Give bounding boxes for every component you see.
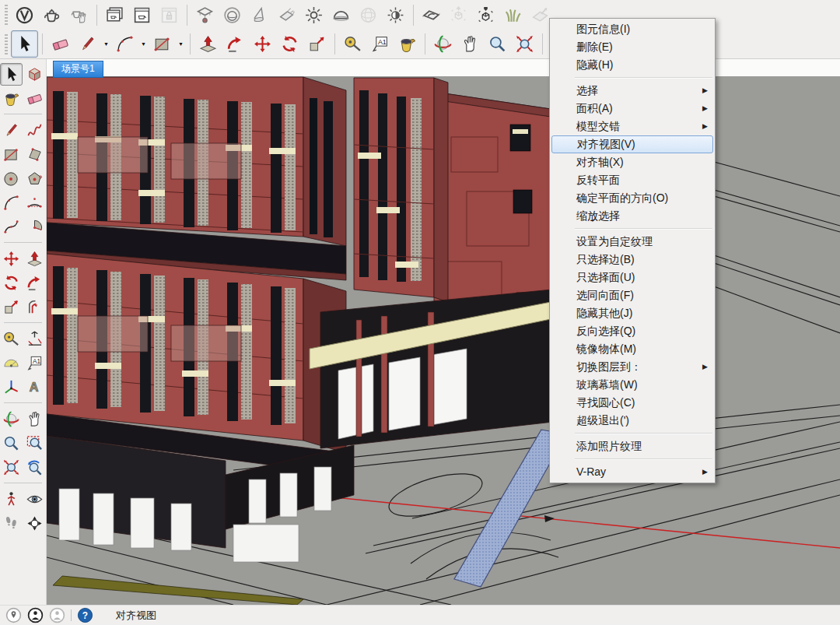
menu-item-glass-curtain-wall[interactable]: 玻璃幕墙(W) xyxy=(551,376,713,394)
menu-item-zoom-selection[interactable]: 缩放选择 xyxy=(551,207,713,225)
arc-tool[interactable] xyxy=(0,191,23,214)
menu-item-select-edges-only[interactable]: 只选择边(B) xyxy=(551,251,713,269)
line-tool[interactable] xyxy=(74,30,101,58)
3d-text-tool[interactable] xyxy=(24,376,47,399)
menu-item-intersect-faces[interactable]: 模型交错▶ xyxy=(551,118,713,135)
two-point-arc-tool[interactable] xyxy=(24,191,47,214)
followme-tool[interactable] xyxy=(24,272,47,294)
vray-logo-icon[interactable] xyxy=(11,2,38,29)
pie-tool[interactable] xyxy=(24,216,47,238)
menu-item-super-exit[interactable]: 超级退出(') xyxy=(551,412,713,430)
menu-item-align-axes[interactable]: 对齐轴(X) xyxy=(551,153,713,171)
rectangle-tool[interactable] xyxy=(149,30,176,58)
menu-item-select-same-normal[interactable]: 选同向面(F) xyxy=(551,286,713,304)
text-tool[interactable] xyxy=(366,30,394,58)
pushpull-tool[interactable] xyxy=(194,30,222,58)
select-tool[interactable] xyxy=(11,30,38,58)
help-icon[interactable]: ? xyxy=(77,607,93,623)
locked-render-icon[interactable] xyxy=(156,2,183,29)
axes-tool[interactable] xyxy=(0,376,23,399)
menu-item-invert-selection[interactable]: 反向选择(Q) xyxy=(551,322,713,340)
eraser-tool[interactable] xyxy=(24,87,47,110)
rotate-tool[interactable] xyxy=(0,272,23,294)
scale-tool[interactable] xyxy=(303,30,331,58)
pan-tool[interactable] xyxy=(24,408,47,430)
rectangle-tool[interactable] xyxy=(0,143,23,166)
building-middle-tower[interactable] xyxy=(354,78,448,302)
geolocation-icon[interactable] xyxy=(5,607,22,623)
menu-item-move-to-layer[interactable]: 切换图层到：▶ xyxy=(551,358,713,376)
rotate-tool[interactable] xyxy=(276,30,303,58)
ies-light-icon[interactable] xyxy=(355,2,382,29)
interactive-render-icon[interactable] xyxy=(65,2,93,29)
zoom-extents-tool[interactable] xyxy=(0,456,23,479)
menu-item-select-submenu[interactable]: 选择▶ xyxy=(551,82,713,100)
followme-tool[interactable] xyxy=(222,30,249,58)
move-tool[interactable] xyxy=(0,248,23,270)
sign-in-icon[interactable] xyxy=(49,607,65,623)
viewport[interactable]: 场景号1 xyxy=(47,59,840,605)
protractor-tool[interactable] xyxy=(0,352,23,374)
polygon-tool[interactable] xyxy=(24,167,47,190)
dimension-tool[interactable] xyxy=(24,328,47,350)
paint-bucket-tool[interactable] xyxy=(0,87,23,110)
storefront-and-canopy[interactable] xyxy=(310,289,560,448)
menu-item-add-photo-texture[interactable]: 添加照片纹理 xyxy=(551,437,713,455)
batch-render-window-icon[interactable] xyxy=(128,2,156,29)
walk-tool[interactable] xyxy=(0,512,23,535)
toolbar-gripper[interactable] xyxy=(5,5,8,25)
circle-tool[interactable] xyxy=(0,167,23,190)
menu-item-make-unique-texture[interactable]: 设置为自定纹理 xyxy=(551,233,713,251)
tape-measure-tool[interactable] xyxy=(339,30,366,58)
zoom-tool[interactable] xyxy=(0,432,23,455)
previous-view-tool[interactable] xyxy=(24,456,47,479)
viewport-3d-model[interactable] xyxy=(47,59,840,605)
look-around-tool[interactable] xyxy=(24,488,47,511)
menu-item-reverse-faces[interactable]: 反转平面 xyxy=(551,171,713,189)
line-tool-dropdown-icon[interactable]: ▼ xyxy=(101,31,111,57)
scale-tool[interactable] xyxy=(0,296,23,318)
tape-measure-tool[interactable] xyxy=(0,328,23,350)
turn-tool[interactable] xyxy=(24,512,47,535)
three-point-arc-tool[interactable] xyxy=(0,216,23,238)
component-tool[interactable] xyxy=(24,63,47,86)
menu-item-v-ray[interactable]: V-Ray▶ xyxy=(551,463,713,481)
frame-buffer-window-icon[interactable] xyxy=(101,2,128,29)
rectangle-tool-dropdown-icon[interactable]: ▼ xyxy=(176,31,186,57)
menu-item-find-center[interactable]: 寻找圆心(C) xyxy=(551,394,713,412)
paint-bucket-tool[interactable] xyxy=(394,30,421,58)
omni-light-icon[interactable] xyxy=(300,2,327,29)
hemispheric-dome-icon[interactable] xyxy=(327,2,355,29)
zoom-tool[interactable] xyxy=(484,30,511,58)
zoom-extents-tool[interactable] xyxy=(511,30,538,58)
orbit-tool[interactable] xyxy=(429,30,457,58)
sphere-light-icon[interactable] xyxy=(219,2,246,29)
menu-item-align-view[interactable]: 对齐视图(V) xyxy=(551,135,713,153)
move-tool[interactable] xyxy=(249,30,276,58)
scene-tab[interactable]: 场景号1 xyxy=(53,61,103,78)
offset-tool[interactable] xyxy=(24,296,47,318)
menu-item-hide-others[interactable]: 隐藏其他(J) xyxy=(551,304,713,322)
dome-light-icon[interactable] xyxy=(191,2,219,29)
export-proxy-icon[interactable] xyxy=(445,2,472,29)
rotated-rectangle-tool[interactable] xyxy=(24,143,47,166)
toolbar-gripper[interactable] xyxy=(5,34,8,54)
menu-item-area[interactable]: 面积(A)▶ xyxy=(551,100,713,118)
position-camera-tool[interactable] xyxy=(0,488,23,511)
pushpull-tool[interactable] xyxy=(24,248,47,270)
emissive-sphere-icon[interactable] xyxy=(382,2,409,29)
fur-icon[interactable] xyxy=(499,2,527,29)
menu-item-entity-info[interactable]: 图元信息(I) xyxy=(551,20,713,38)
freehand-tool[interactable] xyxy=(24,119,47,142)
zoom-window-tool[interactable] xyxy=(24,432,47,455)
eraser-tool[interactable] xyxy=(47,30,74,58)
select-tool[interactable] xyxy=(0,63,23,86)
pan-tool[interactable] xyxy=(457,30,484,58)
arc-tool-dropdown-icon[interactable]: ▼ xyxy=(138,31,149,57)
line-tool[interactable] xyxy=(0,119,23,142)
orbit-tool[interactable] xyxy=(0,408,23,430)
text-tool[interactable] xyxy=(24,352,47,374)
arc-tool[interactable] xyxy=(111,30,138,58)
menu-item-mirror-object[interactable]: 镜像物体(M) xyxy=(551,340,713,358)
menu-item-erase[interactable]: 删除(E) xyxy=(551,38,713,56)
